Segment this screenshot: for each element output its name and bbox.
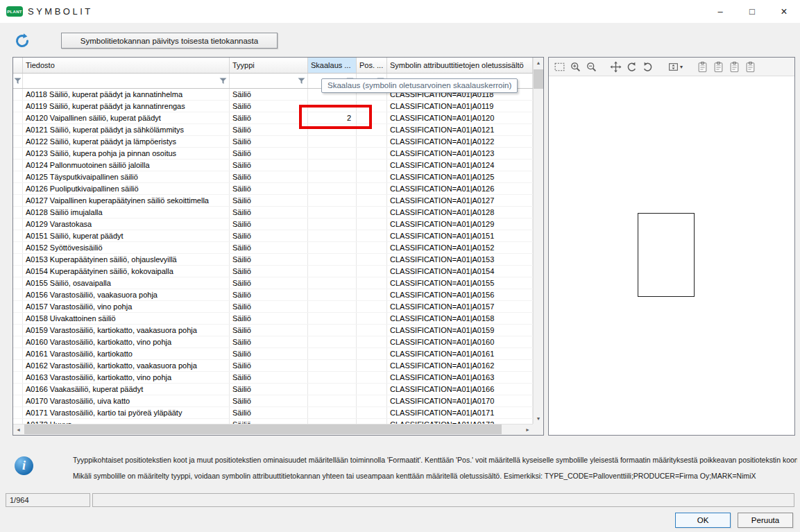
table-row[interactable]: A0171 Varastosäiliö, kartio tai pyöreä y… [13, 407, 533, 419]
close-button[interactable]: × [768, 0, 800, 23]
cell-pos[interactable] [357, 112, 387, 123]
cell-tyyppi[interactable]: Säiliö [230, 254, 308, 265]
cell-attr[interactable]: CLASSIFICATION=A01|A0157 [387, 301, 533, 312]
column-header-tiedosto[interactable]: Tiedosto [23, 58, 230, 73]
cell-tyyppi[interactable]: Säiliö [230, 395, 308, 406]
zoom-out-icon[interactable] [584, 59, 599, 74]
row-selector-cell[interactable] [13, 384, 23, 395]
scroll-up-icon[interactable]: ▲ [534, 58, 543, 68]
rotate-right-icon[interactable] [640, 59, 656, 74]
update-from-database-button[interactable]: Symbolitietokannan päivitys toisesta tie… [61, 33, 278, 49]
table-row[interactable]: A0123 Säiliö, kupera pohja ja pinnan oso… [13, 148, 533, 160]
cell-tyyppi[interactable]: Säiliö [230, 360, 308, 371]
cell-tiedosto[interactable]: A0151 Säiliö, kuperat päädyt [23, 230, 230, 241]
cell-skaalaus[interactable] [308, 348, 357, 359]
cell-pos[interactable] [357, 171, 387, 182]
row-selector-cell[interactable] [13, 372, 23, 383]
row-selector-cell[interactable] [13, 195, 23, 206]
row-selector-cell[interactable] [13, 254, 23, 265]
row-selector-cell[interactable] [13, 301, 23, 312]
cell-skaalaus[interactable] [308, 384, 357, 395]
cell-skaalaus[interactable] [308, 183, 357, 194]
cell-tyyppi[interactable]: Säiliö [230, 195, 308, 206]
cell-tiedosto[interactable]: A0162 Varastosäiliö, kartiokatto, vaakas… [23, 360, 230, 371]
cell-tyyppi[interactable]: Säiliö [230, 325, 308, 336]
vertical-scrollbar[interactable]: ▲ ▼ [533, 58, 543, 424]
clipboard-3-icon[interactable] [726, 59, 742, 74]
row-selector-cell[interactable] [13, 136, 23, 147]
cell-pos[interactable] [357, 242, 387, 253]
cell-attr[interactable]: CLASSIFICATION=A01|A0124 [387, 160, 533, 171]
cell-pos[interactable] [357, 160, 387, 171]
table-row[interactable]: A0161 Varastosäiliö, kartiokattoSäiliöCL… [13, 348, 533, 360]
table-row[interactable]: A0158 Uivakattoinen säiliöSäiliöCLASSIFI… [13, 313, 533, 325]
clipboard-4-icon[interactable] [742, 59, 758, 74]
row-selector-cell[interactable] [13, 160, 23, 171]
table-row[interactable]: A0154 Kuperapäätyinen säiliö, kokovaipal… [13, 266, 533, 277]
cell-pos[interactable] [357, 348, 387, 359]
table-row[interactable]: A0128 Säiliö imujalallaSäiliöCLASSIFICAT… [13, 207, 533, 218]
table-row[interactable]: A0162 Varastosäiliö, kartiokatto, vaakas… [13, 360, 533, 372]
cell-skaalaus[interactable] [308, 230, 357, 241]
cell-attr[interactable]: CLASSIFICATION=A01|A0121 [387, 124, 533, 135]
row-selector-cell[interactable] [13, 148, 23, 159]
clipboard-2-icon[interactable] [710, 59, 726, 74]
cell-pos[interactable] [357, 360, 387, 371]
ok-button[interactable]: OK [675, 513, 731, 528]
cell-pos[interactable] [357, 266, 387, 277]
cell-attr[interactable]: CLASSIFICATION=A01|A0126 [387, 183, 533, 194]
cell-pos[interactable] [357, 313, 387, 324]
cell-tyyppi[interactable]: Säiliö [230, 336, 308, 347]
cell-tyyppi[interactable]: Säiliö [230, 407, 308, 418]
cell-attr[interactable]: CLASSIFICATION=A01|A0128 [387, 207, 533, 218]
filter-cell-tiedosto[interactable] [23, 74, 230, 88]
column-header-pos[interactable]: Pos. ... [357, 58, 387, 73]
row-selector-cell[interactable] [13, 360, 23, 371]
table-row[interactable]: A0152 SyöttövesisäiliöSäiliöCLASSIFICATI… [13, 242, 533, 254]
table-row[interactable]: A0124 Pallonmuotoinen säiliö jaloillaSäi… [13, 160, 533, 171]
cell-tiedosto[interactable]: A0156 Varastosäiliö, vaakasuora pohja [23, 289, 230, 300]
cell-skaalaus[interactable] [308, 207, 357, 218]
cell-tyyppi[interactable]: Säiliö [230, 277, 308, 289]
cell-attr[interactable]: CLASSIFICATION=A01|A0156 [387, 289, 533, 300]
vertical-scrollbar-thumb[interactable] [534, 69, 543, 89]
cell-pos[interactable] [357, 384, 387, 395]
row-selector-cell[interactable] [13, 395, 23, 406]
cell-tyyppi[interactable]: Säiliö [230, 148, 308, 159]
filter-cell-selector[interactable] [13, 74, 23, 88]
cell-tiedosto[interactable]: A0118 Säiliö, kuperat päädyt ja kannatin… [23, 89, 230, 100]
cell-tyyppi[interactable]: Säiliö [230, 171, 308, 182]
cell-skaalaus[interactable] [308, 136, 357, 147]
horizontal-scrollbar[interactable]: ◄ ► [13, 424, 533, 435]
cell-attr[interactable]: CLASSIFICATION=A01|A0127 [387, 195, 533, 206]
cell-tyyppi[interactable]: Säiliö [230, 242, 308, 253]
cell-skaalaus[interactable] [308, 395, 357, 406]
cell-attr[interactable]: CLASSIFICATION=A01|A0162 [387, 360, 533, 371]
cell-pos[interactable] [357, 136, 387, 147]
cell-skaalaus[interactable] [308, 254, 357, 265]
cell-tyyppi[interactable]: Säiliö [230, 266, 308, 277]
rotate-left-icon[interactable] [624, 59, 640, 74]
table-row[interactable]: A0155 Säiliö, osavaipallaSäiliöCLASSIFIC… [13, 277, 533, 289]
table-row[interactable]: A0125 Täysputkivaipallinen säiliöSäiliöC… [13, 171, 533, 183]
cell-tyyppi[interactable]: Säiliö [230, 89, 308, 100]
cell-tyyppi[interactable]: Säiliö [230, 348, 308, 359]
cell-pos[interactable] [357, 395, 387, 406]
cell-tyyppi[interactable]: Säiliö [230, 207, 308, 218]
cell-skaalaus[interactable] [308, 301, 357, 312]
cell-tiedosto[interactable]: A0170 Varastosäiliö, uiva katto [23, 395, 230, 406]
row-selector-cell[interactable] [13, 89, 23, 100]
cell-tyyppi[interactable]: Säiliö [230, 183, 308, 194]
cell-tiedosto[interactable]: A0123 Säiliö, kupera pohja ja pinnan oso… [23, 148, 230, 159]
cell-pos[interactable] [357, 336, 387, 347]
row-selector-cell[interactable] [13, 230, 23, 241]
cell-pos[interactable] [357, 148, 387, 159]
cell-pos[interactable] [357, 101, 387, 112]
cell-skaalaus[interactable] [308, 336, 357, 347]
cell-attr[interactable]: CLASSIFICATION=A01|A0120 [387, 112, 533, 123]
cell-attr[interactable]: CLASSIFICATION=A01|A0125 [387, 171, 533, 182]
table-row[interactable]: A0122 Säiliö, kuperat päädyt ja lämpöeri… [13, 136, 533, 148]
pan-icon[interactable] [608, 59, 624, 74]
cell-pos[interactable] [357, 277, 387, 289]
table-row[interactable]: A0156 Varastosäiliö, vaakasuora pohjaSäi… [13, 289, 533, 301]
